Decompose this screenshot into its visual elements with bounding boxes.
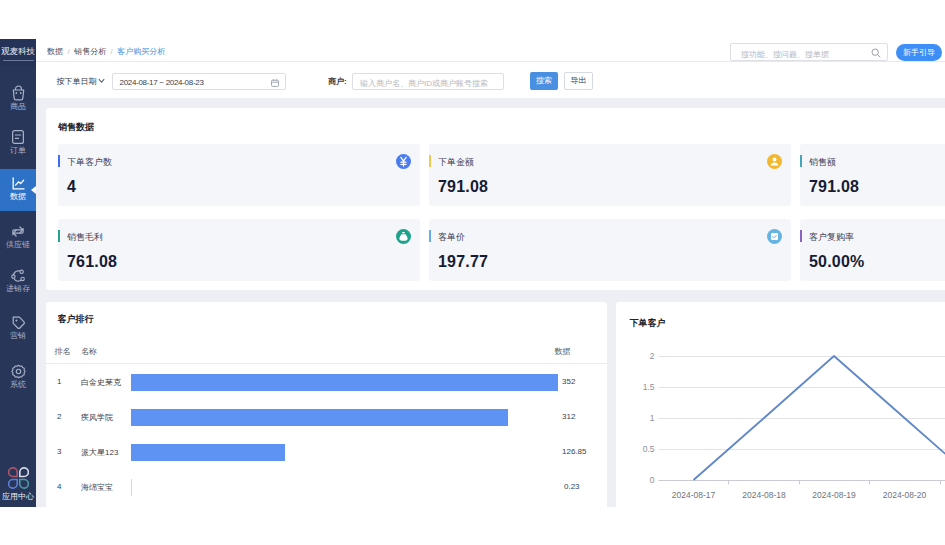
svg-text:1.5: 1.5 <box>642 382 654 392</box>
svg-text:1: 1 <box>649 413 654 423</box>
svg-text:2024-08-18: 2024-08-18 <box>742 490 786 500</box>
svg-text:2: 2 <box>649 351 654 361</box>
svg-text:2024-08-19: 2024-08-19 <box>812 490 856 500</box>
svg-text:2024-08-20: 2024-08-20 <box>882 490 926 500</box>
svg-text:2024-08-17: 2024-08-17 <box>671 490 715 500</box>
svg-text:0.5: 0.5 <box>642 444 654 454</box>
svg-text:0: 0 <box>649 475 654 485</box>
